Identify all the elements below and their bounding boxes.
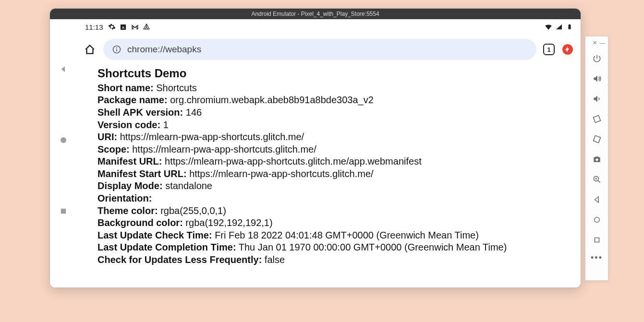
info-label: Shell APK version:	[97, 107, 183, 118]
tab-switcher-button[interactable]: 1	[543, 44, 555, 55]
screenshot-icon[interactable]	[589, 152, 605, 167]
info-row: URI: https://mlearn-pwa-app-shortcuts.gl…	[97, 131, 571, 143]
back-nav-icon[interactable]	[589, 192, 605, 207]
svg-point-12	[595, 158, 598, 161]
svg-rect-10	[593, 116, 600, 123]
info-value: standalone	[163, 180, 212, 191]
volume-up-icon[interactable]	[589, 71, 605, 86]
home-nav-icon[interactable]	[589, 212, 605, 227]
window-titlebar[interactable]: Android Emulator - Pixel_4_with_Play_Sto…	[50, 9, 581, 19]
info-label: Theme color:	[97, 205, 158, 216]
info-label: Orientation:	[97, 193, 152, 203]
overview-nav-icon[interactable]	[589, 232, 605, 248]
svg-point-7	[116, 48, 117, 48]
page-title: Shortcuts Demo	[97, 66, 571, 81]
svg-rect-18	[595, 238, 599, 242]
info-value: rgba(192,192,192,1)	[183, 217, 273, 228]
android-nav-rail	[50, 19, 76, 287]
extension-icon[interactable]	[561, 43, 574, 56]
info-row: Check for Updates Less Frequently: false	[97, 254, 571, 266]
volume-down-icon[interactable]	[589, 91, 605, 107]
info-row: Last Update Completion Time: Thu Jan 01 …	[97, 241, 571, 254]
svg-rect-1	[61, 209, 66, 214]
info-row: Package name: org.chromium.webapk.abeb8b…	[97, 94, 571, 107]
info-row: Manifest Start URL: https://mlearn-pwa-a…	[97, 168, 571, 180]
info-label: Manifest URL:	[97, 156, 162, 167]
info-label: Check for Updates Less Frequently:	[97, 254, 262, 265]
info-label: Scope:	[97, 144, 130, 155]
info-label: Short name:	[97, 83, 154, 93]
emulator-window: Android Emulator - Pixel_4_with_Play_Sto…	[49, 8, 581, 288]
info-label: Version code:	[97, 119, 160, 130]
minimize-icon[interactable]: —	[600, 40, 605, 46]
info-row: Last Update Check Time: Fri Feb 18 2022 …	[97, 229, 571, 242]
svg-point-0	[61, 137, 66, 143]
tab-count: 1	[547, 46, 550, 53]
info-value: rgba(255,0,0,1)	[158, 205, 226, 216]
svg-rect-8	[116, 49, 117, 51]
wifi-icon	[544, 23, 553, 31]
info-label: Background color:	[97, 217, 183, 228]
back-button[interactable]	[59, 65, 68, 73]
svg-text:A: A	[122, 25, 125, 29]
info-value: 146	[183, 107, 202, 118]
power-icon[interactable]	[589, 51, 605, 66]
info-value: false	[262, 254, 285, 265]
home-button[interactable]	[59, 136, 68, 144]
rotate-right-icon[interactable]	[589, 131, 605, 147]
info-row: Orientation:	[97, 192, 571, 205]
info-label: Last Update Completion Time:	[97, 242, 236, 252]
info-icon	[112, 45, 122, 54]
info-label: Display Mode:	[97, 180, 163, 191]
battery-icon	[565, 23, 574, 31]
info-row: Background color: rgba(192,192,192,1)	[97, 217, 571, 229]
chrome-home-button[interactable]	[83, 43, 97, 56]
svg-point-17	[594, 217, 599, 223]
page-content[interactable]: Shortcuts Demo Short name: ShortcutsPack…	[76, 64, 581, 287]
app-icon-a: A	[120, 23, 127, 31]
info-value: 1	[160, 119, 169, 130]
signal-icon	[555, 23, 563, 31]
info-value: https://mlearn-pwa-app-shortcuts.glitch.…	[187, 168, 374, 179]
info-row: Display Mode: standalone	[97, 180, 571, 192]
info-label: Manifest Start URL:	[97, 168, 187, 179]
device-area: 11:13 A	[50, 19, 581, 287]
gmail-icon	[131, 23, 139, 31]
more-icon[interactable]: •••	[591, 253, 603, 263]
device-screen: 11:13 A	[76, 19, 581, 287]
close-icon[interactable]: ✕	[593, 40, 597, 46]
info-row: Version code: 1	[97, 119, 571, 131]
info-row: Manifest URL: https://mlearn-pwa-app-sho…	[97, 155, 571, 168]
info-value: https://mlearn-pwa-app-shortcuts.glitch.…	[162, 156, 421, 167]
info-row: Short name: Shortcuts	[97, 82, 571, 95]
omnibox-url: chrome://webapks	[127, 44, 201, 55]
info-value: org.chromium.webapk.abeb8b91a8bde303a_v2	[168, 95, 374, 105]
info-row: Shell APK version: 146	[97, 107, 571, 119]
info-value: https://mlearn-pwa-app-shortcuts.glitch.…	[117, 131, 304, 142]
emulator-side-toolbar: ✕ — •••	[585, 36, 608, 281]
svg-rect-4	[569, 25, 571, 30]
gear-icon	[108, 23, 116, 31]
browser-toolbar: chrome://webapks 1	[76, 35, 581, 64]
status-time: 11:13	[85, 23, 103, 31]
overview-button[interactable]	[59, 207, 68, 215]
svg-rect-5	[569, 24, 570, 25]
info-value: Thu Jan 01 1970 00:00:00 GMT+0000 (Green…	[236, 242, 507, 252]
info-label: Last Update Check Time:	[97, 230, 212, 240]
window-title: Android Emulator - Pixel_4_with_Play_Sto…	[251, 11, 379, 17]
info-value: https://mlearn-pwa-app-shortcuts.glitch.…	[130, 144, 316, 155]
omnibox[interactable]: chrome://webapks	[103, 39, 536, 60]
info-label: Package name:	[97, 95, 168, 105]
svg-rect-11	[593, 136, 600, 143]
info-row: Theme color: rgba(255,0,0,1)	[97, 205, 571, 217]
info-label: URI:	[97, 131, 117, 142]
zoom-icon[interactable]	[589, 172, 605, 187]
info-value: Shortcuts	[154, 83, 197, 93]
drive-icon	[143, 23, 150, 31]
info-row: Scope: https://mlearn-pwa-app-shortcuts.…	[97, 143, 571, 156]
svg-line-14	[598, 181, 600, 183]
info-value: Fri Feb 18 2022 04:01:48 GMT+0000 (Green…	[212, 230, 479, 240]
rotate-left-icon[interactable]	[589, 111, 605, 127]
status-bar: 11:13 A	[76, 19, 581, 35]
